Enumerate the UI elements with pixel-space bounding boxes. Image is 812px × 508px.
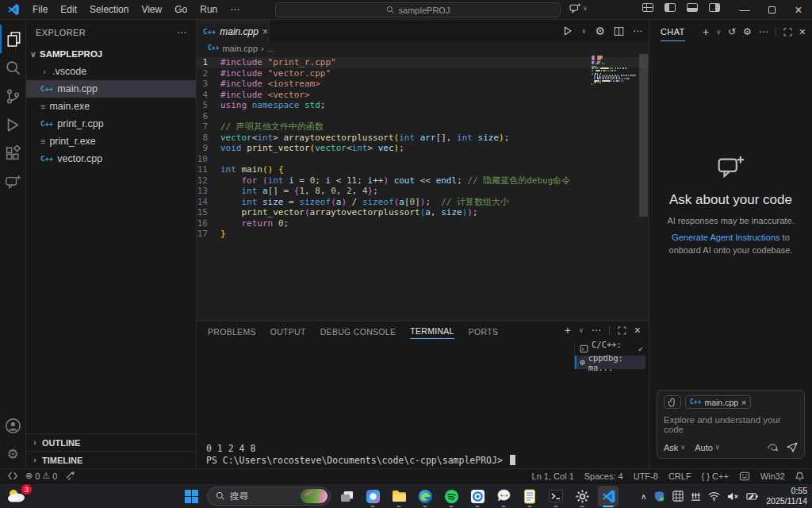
chat-input-box[interactable]: C++ main.cpp × Explore and understand yo… [657, 390, 805, 459]
minimap[interactable] [592, 56, 638, 85]
maximize-panel-icon[interactable] [618, 326, 626, 335]
notifications-bell-icon[interactable] [795, 471, 804, 481]
attachment-chip-main-cpp[interactable]: C++ main.cpp × [685, 395, 751, 409]
file-print-r-cpp[interactable]: C++ print_r.cpp [26, 115, 196, 133]
tray-grid-app-icon[interactable] [672, 491, 684, 502]
platform-status[interactable]: Win32 [760, 471, 785, 481]
new-chat-icon[interactable]: + [703, 25, 709, 38]
chat-tab[interactable]: CHAT [661, 22, 685, 41]
maximize-chat-icon[interactable] [783, 28, 792, 37]
tab-ports[interactable]: PORTS [469, 324, 498, 339]
activitybar-extensions[interactable] [0, 139, 26, 167]
editor-settings-gear-icon[interactable]: ⚙ [595, 25, 605, 37]
battery-pen-icon[interactable] [746, 491, 759, 501]
generate-agent-instructions-link[interactable]: Generate Agent Instructions [672, 233, 779, 242]
run-or-debug-icon[interactable] [562, 25, 573, 37]
timeline-section[interactable]: › TIMELINE [26, 451, 196, 468]
taskbar-edge[interactable] [415, 486, 435, 506]
taskbar-spotify[interactable] [441, 486, 462, 506]
scrollbar-thumb[interactable] [639, 54, 648, 217]
activitybar-settings[interactable]: ⚙ [0, 440, 26, 468]
copilot-menu-button[interactable]: ∨ [569, 3, 588, 13]
menu-view[interactable]: View [135, 4, 168, 15]
menu-file[interactable]: File [26, 4, 54, 15]
voice-input-icon[interactable] [767, 442, 779, 452]
taskbar-task-view[interactable] [336, 486, 357, 506]
taskbar-start-button[interactable] [181, 486, 201, 506]
taskbar-messenger-app[interactable] [493, 486, 514, 506]
new-terminal-icon[interactable]: + [565, 324, 571, 337]
taskbar-terminal[interactable] [546, 486, 566, 506]
editor-more-icon[interactable]: ⋯ [633, 25, 642, 37]
breadcrumb-file[interactable]: main.cpp [222, 44, 258, 53]
toggle-sidebar-icon[interactable] [665, 3, 676, 12]
tab-terminal[interactable]: TERMINAL [410, 323, 454, 339]
problems-status[interactable]: ⊗ 0 ⚠ 0 [25, 471, 57, 481]
split-editor-icon[interactable] [614, 26, 624, 37]
chevron-down-icon[interactable]: ∨ [579, 327, 584, 334]
taskbar-settings[interactable] [572, 486, 592, 506]
indentation-status[interactable]: Spaces: 4 [584, 471, 623, 481]
tab-output[interactable]: OUTPUT [270, 324, 306, 339]
window-close-button[interactable]: × [785, 0, 812, 20]
customize-layout-icon[interactable] [642, 3, 653, 12]
panel-more-icon[interactable]: ⋯ [592, 325, 601, 336]
window-restore-button[interactable] [758, 0, 785, 20]
volume-muted-icon[interactable] [727, 491, 739, 502]
file-vector-cpp[interactable]: C++ vector.cpp [26, 150, 196, 167]
tab-main-cpp[interactable]: C++ main.cpp × [197, 20, 270, 42]
tab-debug-console[interactable]: DEBUG CONSOLE [320, 324, 396, 339]
file-vscode-folder[interactable]: › .vscode [26, 63, 196, 80]
menu-more[interactable]: ⋯ [224, 4, 246, 15]
tray-overflow-chevron[interactable]: ∧ [641, 492, 646, 501]
activitybar-chat[interactable] [0, 167, 26, 196]
windows-security-icon[interactable] [653, 491, 665, 502]
wifi-icon[interactable] [708, 491, 720, 501]
chat-history-icon[interactable]: ↺ [728, 26, 736, 37]
send-icon[interactable] [787, 442, 798, 452]
tray-ime-icon[interactable] [691, 491, 701, 502]
toggle-panel-icon[interactable] [687, 3, 698, 12]
breadcrumb-symbol[interactable]: ... [267, 44, 274, 53]
activitybar-explorer[interactable] [0, 25, 26, 53]
menu-run[interactable]: Run [193, 4, 224, 15]
debug-status-icon[interactable] [65, 471, 75, 481]
editor-scrollbar[interactable] [638, 54, 649, 321]
menu-edit[interactable]: Edit [54, 4, 83, 15]
cursor-position-status[interactable]: Ln 1, Col 1 [532, 471, 574, 481]
chat-more-icon[interactable]: ⋯ [759, 26, 768, 37]
activitybar-account[interactable] [0, 411, 26, 440]
menu-go[interactable]: Go [168, 4, 193, 15]
toggle-secondary-sidebar-icon[interactable] [709, 3, 720, 12]
taskbar-search-box[interactable]: 搜尋 [207, 487, 331, 506]
encoding-status[interactable]: UTF-8 [634, 471, 658, 481]
activitybar-search[interactable] [0, 53, 26, 82]
chat-settings-gear-icon[interactable]: ⚙ [743, 26, 752, 37]
close-chat-icon[interactable]: × [799, 25, 806, 38]
chevron-down-icon[interactable]: ∨ [716, 29, 721, 36]
taskbar-vscode[interactable] [598, 486, 619, 506]
chat-input-placeholder[interactable]: Explore and understand your code [664, 415, 798, 434]
command-center-search[interactable]: samplePROJ [275, 2, 561, 17]
explorer-more-icon[interactable]: ⋯ [177, 27, 186, 38]
breadcrumb[interactable]: C++ main.cpp › ... [197, 42, 649, 54]
taskbar-weather-widget[interactable]: 3 [6, 487, 30, 506]
model-picker-dropdown[interactable]: Auto∨ [695, 443, 720, 452]
taskbar-sync-app[interactable] [467, 486, 488, 506]
tree-root-sampleproj[interactable]: ∨ SAMPLEPROJ [26, 45, 196, 63]
file-main-cpp[interactable]: C++ main.cpp [26, 80, 196, 98]
outline-section[interactable]: › OUTLINE [26, 433, 196, 451]
eol-status[interactable]: CRLF [668, 471, 691, 481]
tab-problems[interactable]: PROBLEMS [208, 324, 256, 339]
terminal[interactable]: 0 1 2 4 8 PS C:\Users\rocosteve\Document… [197, 341, 649, 468]
remote-indicator-icon[interactable] [8, 471, 17, 480]
attach-context-button[interactable] [664, 395, 681, 409]
chevron-down-icon[interactable]: ∨ [582, 28, 587, 35]
cpp-extension-status-icon[interactable] [739, 471, 750, 481]
taskbar-copilot[interactable] [362, 486, 383, 506]
activitybar-run-debug[interactable] [0, 110, 26, 139]
code-editor[interactable]: 1#include "print_r.cpp"2#include "vector… [197, 54, 649, 321]
chat-mode-dropdown[interactable]: Ask∨ [664, 443, 685, 452]
file-print-r-exe[interactable]: ≡ print_r.exe [26, 133, 196, 150]
language-mode-status[interactable]: { }C++ [702, 471, 729, 481]
